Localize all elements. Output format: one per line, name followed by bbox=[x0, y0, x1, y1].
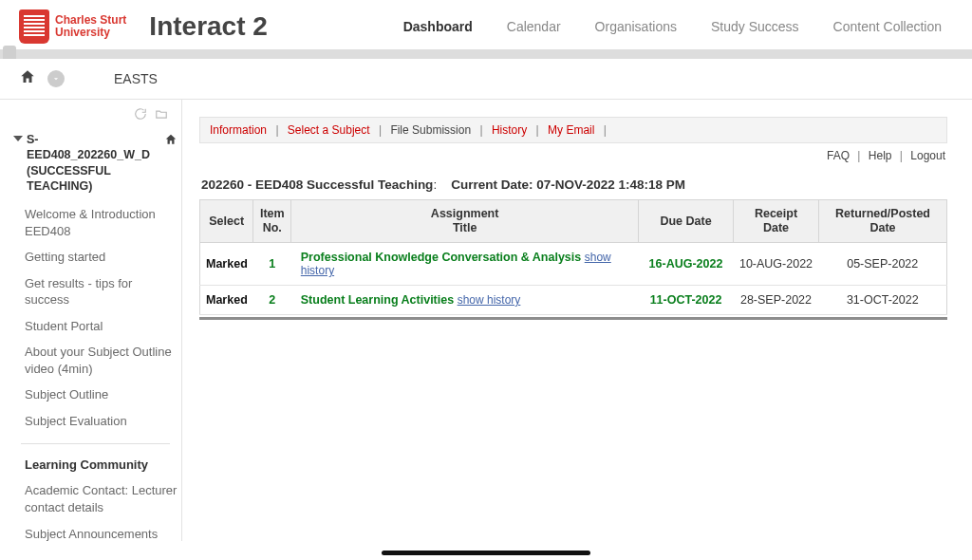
separator: | bbox=[900, 149, 903, 162]
course-code-label: S-EED408_202260_W_D (SUCCESSFUL TEACHING… bbox=[27, 132, 159, 194]
home-icon[interactable] bbox=[164, 133, 178, 146]
main-layout: S-EED408_202260_W_D (SUCCESSFUL TEACHING… bbox=[0, 100, 972, 541]
sidebar: S-EED408_202260_W_D (SUCCESSFUL TEACHING… bbox=[0, 100, 182, 541]
chevron-down-icon[interactable] bbox=[47, 70, 65, 87]
separator: | bbox=[275, 123, 278, 137]
folder-icon[interactable] bbox=[155, 107, 168, 121]
table-row: Marked 2 Student Learning Activities sho… bbox=[200, 286, 947, 315]
col-assignment-title: Assignment Title bbox=[291, 200, 639, 243]
university-logo[interactable]: Charles Sturt University bbox=[19, 9, 126, 44]
faq-link[interactable]: FAQ bbox=[827, 149, 850, 162]
sidebar-item-tips[interactable]: Get results - tips for success bbox=[13, 271, 178, 313]
assignment-title-link[interactable]: Professional Knowledge Conversation & An… bbox=[301, 251, 581, 264]
refresh-icon[interactable] bbox=[134, 107, 147, 121]
col-receipt-date: Receipt Date bbox=[734, 200, 819, 243]
separator: | bbox=[857, 149, 860, 162]
tabs-bar: Information | Select a Subject | File Su… bbox=[199, 117, 947, 143]
sidebar-course-title[interactable]: S-EED408_202260_W_D (SUCCESSFUL TEACHING… bbox=[13, 128, 178, 201]
col-returned-date: Returned/Posted Date bbox=[819, 200, 947, 243]
current-date-label: Current Date: bbox=[451, 177, 533, 192]
breadcrumb-bar: EASTS bbox=[0, 59, 972, 100]
separator bbox=[21, 443, 170, 444]
assignments-table: Select Item No. Assignment Title Due Dat… bbox=[199, 199, 947, 315]
tab-file-submission[interactable]: File Submission bbox=[390, 123, 471, 137]
col-select: Select bbox=[200, 200, 253, 243]
table-footer-separator bbox=[199, 317, 947, 320]
sidebar-item-academic-contact[interactable]: Academic Contact: Lecturer contact detai… bbox=[13, 477, 178, 520]
table-header-row: Select Item No. Assignment Title Due Dat… bbox=[200, 200, 947, 243]
tab-information[interactable]: Information bbox=[210, 123, 267, 137]
cell-item-no: 2 bbox=[253, 286, 291, 315]
help-link[interactable]: Help bbox=[869, 149, 892, 162]
nav-content-collection[interactable]: Content Collection bbox=[833, 19, 942, 34]
tab-select-subject[interactable]: Select a Subject bbox=[288, 123, 370, 137]
header-left: Charles Sturt University Interact 2 bbox=[19, 9, 268, 44]
sidebar-item-announcements[interactable]: Subject Announcements bbox=[13, 521, 178, 541]
assignment-title-link[interactable]: Student Learning Activities bbox=[301, 293, 454, 307]
sidebar-item-subject-outline[interactable]: Subject Outline bbox=[13, 382, 178, 408]
bottom-handle-icon bbox=[382, 551, 590, 555]
separator: | bbox=[536, 123, 539, 137]
separator: | bbox=[479, 123, 482, 137]
nav-dashboard[interactable]: Dashboard bbox=[403, 19, 473, 34]
col-item-no: Item No. bbox=[253, 200, 291, 243]
logout-link[interactable]: Logout bbox=[910, 149, 945, 162]
cell-due-date: 16-AUG-2022 bbox=[639, 243, 734, 286]
logo-text: Charles Sturt University bbox=[55, 14, 126, 39]
sidebar-item-subject-eval[interactable]: Subject Evaluation bbox=[13, 408, 178, 435]
sidebar-item-welcome[interactable]: Welcome & Introduction EED408 bbox=[13, 201, 178, 244]
content: Information | Select a Subject | File Su… bbox=[182, 100, 972, 541]
sidebar-toolbar bbox=[13, 105, 178, 128]
tab-my-email[interactable]: My Email bbox=[548, 123, 594, 137]
panel-tab-handle[interactable] bbox=[3, 46, 16, 59]
separator: | bbox=[604, 123, 607, 137]
separator: | bbox=[379, 123, 382, 137]
cell-title: Student Learning Activities show history bbox=[291, 286, 639, 315]
nav-organisations[interactable]: Organisations bbox=[595, 19, 677, 34]
cell-title: Professional Knowledge Conversation & An… bbox=[291, 243, 639, 286]
sidebar-item-portal[interactable]: Student Portal bbox=[13, 313, 178, 340]
cell-returned-date: 31-OCT-2022 bbox=[819, 286, 947, 315]
col-due-date: Due Date bbox=[639, 200, 734, 243]
current-date-value: 07-NOV-2022 1:48:18 PM bbox=[536, 177, 685, 192]
grey-strip bbox=[0, 49, 972, 59]
table-row: Marked 1 Professional Knowledge Conversa… bbox=[200, 243, 947, 286]
nav-calendar[interactable]: Calendar bbox=[507, 19, 561, 34]
course-code-title: 202260 - EED408 Successful Teaching bbox=[201, 177, 433, 192]
top-navigation: Dashboard Calendar Organisations Study S… bbox=[403, 19, 953, 34]
course-header-line: 202260 - EED408 Successful Teaching: Cur… bbox=[199, 164, 947, 199]
cell-receipt-date: 10-AUG-2022 bbox=[734, 243, 819, 286]
home-icon[interactable] bbox=[19, 68, 36, 89]
breadcrumb-title[interactable]: EASTS bbox=[114, 71, 158, 86]
cell-due-date: 11-OCT-2022 bbox=[639, 286, 734, 315]
cell-item-no: 1 bbox=[253, 243, 291, 286]
logo-line2: University bbox=[55, 27, 126, 39]
utility-links: FAQ | Help | Logout bbox=[199, 143, 947, 164]
app-title: Interact 2 bbox=[149, 11, 268, 42]
cell-returned-date: 05-SEP-2022 bbox=[819, 243, 947, 286]
show-history-link[interactable]: show history bbox=[458, 293, 521, 307]
chevron-down-icon bbox=[13, 136, 23, 141]
cell-receipt-date: 28-SEP-2022 bbox=[734, 286, 819, 315]
header: Charles Sturt University Interact 2 Dash… bbox=[0, 0, 972, 44]
sidebar-item-outline-video[interactable]: About your Subject Outline video (4min) bbox=[13, 339, 178, 382]
shield-icon bbox=[19, 9, 49, 44]
cell-status: Marked bbox=[200, 243, 253, 286]
sidebar-item-getting-started[interactable]: Getting started bbox=[13, 244, 178, 271]
cell-status: Marked bbox=[200, 286, 253, 315]
sidebar-heading-community: Learning Community bbox=[13, 454, 178, 477]
nav-study-success[interactable]: Study Success bbox=[711, 19, 799, 34]
tab-history[interactable]: History bbox=[492, 123, 527, 137]
